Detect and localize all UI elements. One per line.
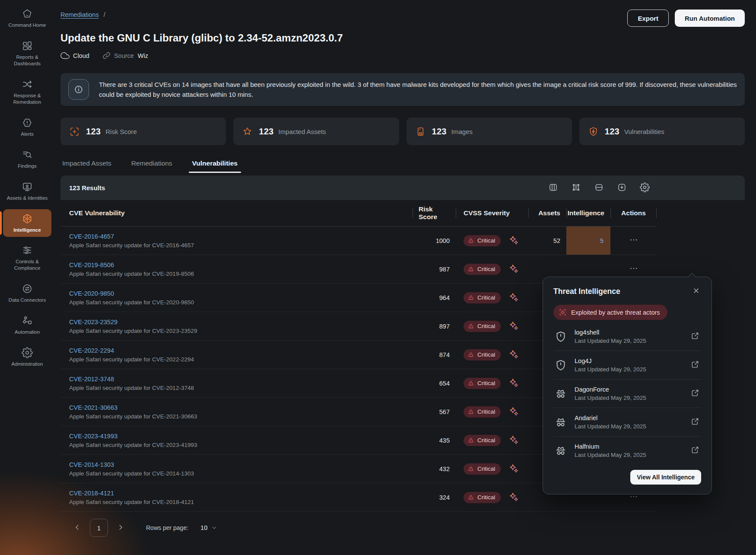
info-icon-box	[68, 79, 89, 100]
cve-cell: CVE-2022-2294Apple Safari security updat…	[60, 341, 413, 369]
stat-card-impacted-assets: 123Impacted Assets	[233, 118, 399, 145]
download-icon	[617, 182, 627, 192]
chevron-right-icon	[117, 523, 124, 531]
more-actions-button[interactable]	[628, 234, 639, 247]
cve-link[interactable]: CVE-2019-8506	[69, 262, 114, 268]
sidebar-item-response-remediation[interactable]: Response & Remediation	[3, 75, 51, 109]
external-link-icon	[691, 332, 699, 340]
toolbar-rows-button[interactable]	[594, 182, 604, 194]
sidebar-item-automation[interactable]: Automation	[3, 311, 51, 339]
toolbar-columns-button[interactable]	[548, 182, 558, 194]
warning-triangle-icon	[467, 323, 474, 330]
run-automation-button[interactable]: Run Automation	[675, 10, 745, 27]
cve-link[interactable]: CVE-2012-3748	[69, 376, 114, 383]
stat-card-vulnerabilities: 123Vulnerabilities	[579, 118, 745, 145]
administration-icon	[22, 347, 33, 358]
warning-triangle-icon	[467, 494, 474, 501]
vulnerabilities-icon	[588, 126, 599, 137]
open-threat-link-button[interactable]	[690, 445, 700, 456]
app-root: Command HomeReports & DashboardsResponse…	[0, 0, 756, 555]
sidebar-item-administration[interactable]: Administration	[3, 343, 51, 371]
warning-triangle-icon	[467, 266, 474, 273]
sidebar-item-assets-identities[interactable]: Assets & Identities	[3, 177, 51, 205]
cve-link[interactable]: CVE-2016-4657	[69, 233, 114, 240]
cloud-icon	[60, 51, 70, 60]
stat-label: Vulnerabilities	[624, 128, 664, 135]
previous-page-button[interactable]	[72, 522, 83, 534]
cve-link[interactable]: CVE-2014-1303	[69, 461, 114, 468]
cve-link[interactable]: CVE-2023-23529	[69, 319, 118, 325]
column-header-assets[interactable]: Assets	[528, 200, 566, 226]
cve-link[interactable]: CVE-2022-2294	[69, 347, 114, 354]
tab-remediations[interactable]: Remediations	[130, 159, 173, 173]
sidebar-item-data-connectors[interactable]: Data Connectors	[3, 279, 51, 307]
rows-per-page-select[interactable]: 10	[198, 524, 220, 532]
toolbar-download-button[interactable]	[617, 182, 627, 194]
sidebar-item-alerts[interactable]: Alerts	[3, 113, 51, 141]
sidebar-item-findings[interactable]: Findings	[3, 145, 51, 173]
more-actions-button[interactable]	[628, 263, 639, 275]
severity-label: Critical	[477, 237, 495, 244]
critical-severity-badge: Critical	[464, 406, 501, 418]
column-header-actions[interactable]: Actions	[610, 200, 657, 226]
source-link-icon	[102, 51, 111, 60]
cve-link[interactable]: CVE-2021-30663	[69, 404, 118, 411]
sidebar-item-label: Automation	[15, 329, 40, 335]
breadcrumb-link-remediations[interactable]: Remediations	[60, 11, 99, 18]
pagination: 1 Rows per page: 10	[60, 519, 745, 537]
intelligence-cell[interactable]: 5	[566, 226, 610, 255]
cve-description: Apple Safari security update for CVE-202…	[69, 328, 197, 334]
column-header-cve-vulnerability[interactable]: CVE Vulnerability	[60, 200, 413, 226]
close-popover-button[interactable]	[691, 286, 701, 297]
cvss-severity-cell: Critical	[456, 312, 528, 340]
tab-vulnerabilities[interactable]: Vulnerabilities	[191, 159, 238, 173]
open-threat-link-button[interactable]	[690, 331, 700, 342]
sidebar-item-intelligence[interactable]: Intelligence	[3, 209, 51, 237]
cve-link[interactable]: CVE-2018-4121	[69, 490, 114, 497]
sidebar-item-controls-compliance[interactable]: Controls & Compliance	[3, 241, 51, 275]
view-all-intelligence-button[interactable]: View All Intelligence	[630, 470, 701, 485]
open-threat-link-button[interactable]	[690, 416, 700, 428]
column-header-risk-score[interactable]: Risk Score	[413, 200, 456, 226]
close-icon	[692, 287, 700, 295]
tab-impacted-assets[interactable]: Impacted Assets	[61, 159, 112, 173]
warning-triangle-icon	[467, 466, 474, 472]
table-header-row: CVE VulnerabilityRisk ScoreCVSS Severity…	[60, 200, 657, 226]
rows-icon	[594, 182, 604, 192]
cve-cell: CVE-2014-1303Apple Safari security updat…	[60, 455, 413, 483]
next-page-button[interactable]	[115, 522, 126, 534]
toolbar-table-frame-button[interactable]	[571, 182, 581, 194]
column-header-intelligence[interactable]: Intelligence	[566, 200, 610, 226]
cvss-severity-cell: Critical	[456, 255, 528, 283]
reports-dashboards-icon	[22, 40, 33, 51]
column-header-cvss-severity[interactable]: CVSS Severity	[456, 200, 528, 226]
severity-label: Critical	[477, 294, 495, 301]
popover-title: Threat Intelligence	[553, 287, 620, 296]
popover-header: Threat Intelligence	[553, 286, 701, 297]
sidebar-item-command-home[interactable]: Command Home	[3, 4, 51, 32]
current-page-indicator[interactable]: 1	[90, 519, 108, 537]
open-threat-link-button[interactable]	[690, 388, 700, 399]
open-threat-link-button[interactable]	[690, 359, 700, 371]
cvss-severity-cell: Critical	[456, 455, 528, 483]
threat-name: Log4J	[575, 357, 690, 364]
threat-intel-item: HalfniumLast Updated May 29, 2025	[553, 437, 701, 465]
risk-score-icon	[69, 126, 80, 137]
sidebar-item-reports-dashboards[interactable]: Reports & Dashboards	[3, 36, 51, 71]
shield-alert-icon	[554, 330, 567, 343]
source-label: Source	[114, 52, 134, 59]
stat-label: Risk Score	[105, 128, 137, 135]
sidebar-item-label: Reports & Dashboards	[4, 54, 50, 67]
cve-cell: CVE-2023-23529Apple Safari security upda…	[60, 312, 413, 340]
cve-link[interactable]: CVE-2020-9850	[69, 290, 114, 297]
cvss-severity-cell: Critical	[456, 369, 528, 397]
risk-score-cell: 567	[413, 398, 456, 426]
toolbar-settings-button[interactable]	[640, 182, 650, 194]
spy-icon	[554, 444, 567, 457]
risk-score-cell: 874	[413, 341, 456, 369]
export-button[interactable]: Export	[627, 10, 669, 27]
threat-intel-item: Log4JLast Updated May 29, 2025	[553, 351, 701, 380]
cve-link[interactable]: CVE-2023-41993	[69, 433, 118, 440]
images-icon	[415, 126, 426, 137]
cve-cell: CVE-2016-4657Apple Safari security updat…	[60, 226, 413, 255]
